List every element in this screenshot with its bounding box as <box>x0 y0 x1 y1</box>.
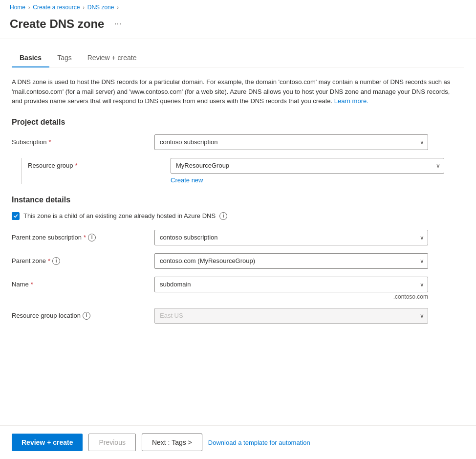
parent-zone-subscription-label: Parent zone subscription * i <box>12 230 149 241</box>
parent-zone-info-icon[interactable]: i <box>52 257 60 265</box>
resource-group-row: Resource group * MyResourceGroup ∨ Creat… <box>22 158 464 184</box>
parent-zone-row: Parent zone * i contoso.com (MyResourceG… <box>12 253 464 269</box>
learn-more-link[interactable]: Learn more. <box>334 97 368 105</box>
parent-zone-subscription-control: contoso subscription ∨ <box>154 230 428 245</box>
subscription-label: Subscription * <box>12 134 149 146</box>
breadcrumb-sep-3: › <box>117 5 118 10</box>
name-select[interactable]: subdomain <box>154 277 428 292</box>
breadcrumb: Home › Create a resource › DNS zone › <box>10 4 466 11</box>
subscription-row: Subscription * contoso subscription ∨ <box>12 134 464 150</box>
breadcrumb-create-resource[interactable]: Create a resource <box>33 4 80 11</box>
ellipsis-menu-button[interactable]: ··· <box>110 17 125 31</box>
parent-zone-sub-info-icon[interactable]: i <box>88 234 96 241</box>
page-title: Create DNS zone <box>10 17 104 31</box>
review-create-button[interactable]: Review + create <box>12 434 83 451</box>
resource-group-location-row: Resource group location i East US ∨ <box>12 308 464 324</box>
child-zone-label: This zone is a child of an existing zone… <box>23 212 216 219</box>
breadcrumb-sep-1: › <box>28 5 30 10</box>
resource-group-location-control: East US ∨ <box>154 308 428 324</box>
tab-basics[interactable]: Basics <box>12 49 49 67</box>
name-label: Name * <box>12 277 149 288</box>
resource-group-label: Resource group * <box>28 158 165 169</box>
name-required: * <box>31 281 33 288</box>
parent-zone-control: contoso.com (MyResourceGroup) ∨ <box>154 253 428 269</box>
resource-group-location-select[interactable]: East US <box>154 308 428 324</box>
description-text: A DNS zone is used to host the DNS recor… <box>12 77 452 106</box>
parent-zone-sub-required: * <box>84 234 86 241</box>
tab-bar: Basics Tags Review + create <box>12 49 464 67</box>
project-details-header: Project details <box>12 118 464 127</box>
breadcrumb-dns-zone[interactable]: DNS zone <box>87 4 114 11</box>
child-zone-checkbox[interactable] <box>12 212 20 220</box>
instance-details-header: Instance details <box>12 196 464 204</box>
automation-template-link[interactable]: Download a template for automation <box>208 439 310 446</box>
parent-zone-subscription-select[interactable]: contoso subscription <box>154 230 428 245</box>
create-new-link[interactable]: Create new <box>171 176 203 184</box>
rg-location-info-icon[interactable]: i <box>83 312 90 320</box>
project-details-section: Project details Subscription * contoso s… <box>12 118 464 184</box>
child-zone-info-icon[interactable]: i <box>219 212 227 220</box>
parent-zone-select[interactable]: contoso.com (MyResourceGroup) <box>154 253 428 269</box>
parent-zone-label: Parent zone * i <box>12 253 149 265</box>
tab-review-create[interactable]: Review + create <box>80 49 145 67</box>
breadcrumb-home[interactable]: Home <box>10 4 25 11</box>
instance-details-section: Instance details This zone is a child of… <box>12 196 464 324</box>
child-zone-checkbox-row: This zone is a child of an existing zone… <box>12 212 464 220</box>
subscription-select[interactable]: contoso subscription <box>154 134 428 150</box>
resource-group-required: * <box>75 162 78 169</box>
parent-zone-required: * <box>48 257 50 264</box>
subscription-required: * <box>49 138 51 146</box>
resource-group-control: MyResourceGroup ∨ Create new <box>171 158 444 184</box>
footer: Review + create Previous Next : Tags > D… <box>0 425 476 459</box>
previous-button[interactable]: Previous <box>88 434 135 451</box>
next-button[interactable]: Next : Tags > <box>142 434 202 451</box>
name-control: subdomain ∨ .contoso.com <box>154 277 428 300</box>
parent-zone-subscription-row: Parent zone subscription * i contoso sub… <box>12 230 464 245</box>
name-suffix: .contoso.com <box>154 293 428 300</box>
resource-group-location-label: Resource group location i <box>12 308 149 320</box>
name-row: Name * subdomain ∨ .contoso.com <box>12 277 464 300</box>
resource-group-select[interactable]: MyResourceGroup <box>171 158 444 174</box>
breadcrumb-sep-2: › <box>83 5 84 10</box>
subscription-control: contoso subscription ∨ <box>154 134 428 150</box>
tab-tags[interactable]: Tags <box>49 49 80 67</box>
